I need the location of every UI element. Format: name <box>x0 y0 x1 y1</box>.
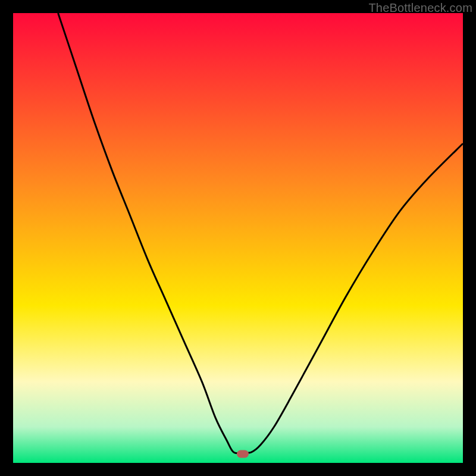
attribution-text: TheBottleneck.com <box>368 1 472 15</box>
bottleneck-curve <box>13 13 463 463</box>
optimum-marker <box>237 450 249 458</box>
plot-area <box>13 13 463 463</box>
chart-frame: TheBottleneck.com <box>0 0 476 476</box>
